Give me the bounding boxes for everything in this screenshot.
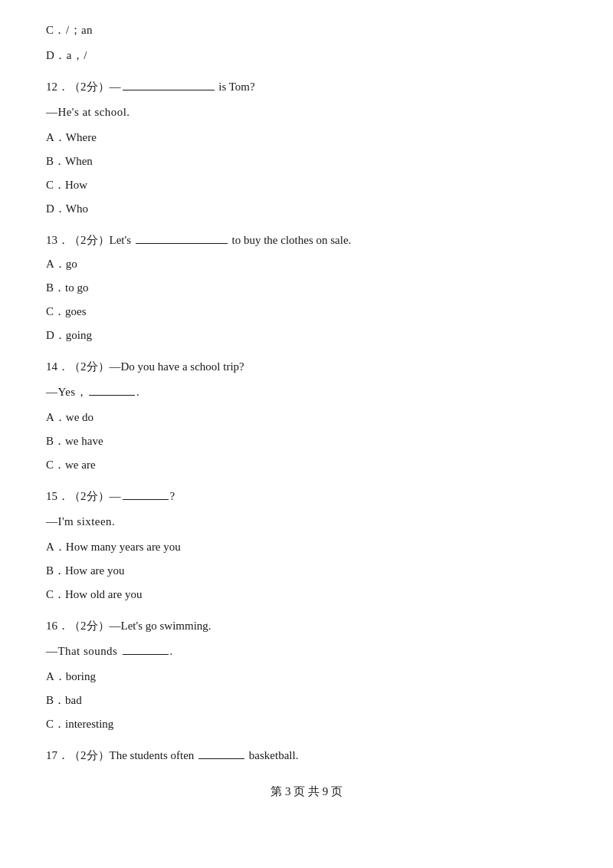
- q14-response-prefix: —Yes，: [46, 386, 87, 398]
- question-16: 16．（2分）—Let's go swimming.: [46, 616, 567, 636]
- q14-option-b: B．we have: [46, 431, 567, 452]
- q13-prefix: 13．（2分）Let's: [46, 234, 134, 246]
- d-option-a-slash: D．a，/: [46, 45, 567, 66]
- q12-option-d: D．Who: [46, 199, 567, 219]
- q13-option-b: B．to go: [46, 278, 567, 298]
- page-footer: 第 3 页 共 9 页: [46, 781, 567, 802]
- q13-blank: [136, 243, 228, 244]
- c-option-slash-an: C．/；an: [46, 20, 567, 41]
- question-14: 14．（2分）—Do you have a school trip?: [46, 357, 567, 377]
- q13-suffix: to buy the clothes on sale.: [229, 234, 352, 246]
- q16-response-prefix: —That sounds: [46, 645, 121, 657]
- q16-option-a: A．boring: [46, 666, 567, 687]
- q16-option-c: C．interesting: [46, 714, 567, 735]
- q12-suffix: is Tom?: [216, 81, 255, 93]
- q15-prefix: 15．（2分）—: [46, 490, 121, 502]
- q17-prefix: 17．（2分）The students often: [46, 749, 197, 761]
- q15-option-b: B．How are you: [46, 561, 567, 581]
- q13-option-a: A．go: [46, 254, 567, 275]
- q13-option-c: C．goes: [46, 301, 567, 322]
- q14-option-a: A．we do: [46, 407, 567, 428]
- q14-response-suffix: .: [136, 386, 139, 398]
- q15-response: —I'm sixteen.: [46, 511, 567, 532]
- q14-option-c: C．we are: [46, 455, 567, 475]
- question-12: 12．（2分）— is Tom?: [46, 77, 567, 97]
- q15-suffix: ?: [170, 490, 175, 502]
- q16-option-b: B．bad: [46, 690, 567, 711]
- q15-option-a: A．How many years are you: [46, 537, 567, 557]
- q12-option-b: B．When: [46, 151, 567, 172]
- q15-blank: [123, 499, 169, 500]
- q13-option-d: D．going: [46, 325, 567, 346]
- question-17: 17．（2分）The students often basketball.: [46, 745, 567, 766]
- question-15: 15．（2分）—?: [46, 486, 567, 507]
- q16-response: —That sounds .: [46, 641, 567, 662]
- q17-blank: [198, 758, 244, 759]
- q17-suffix: basketball.: [246, 749, 298, 761]
- q12-option-c: C．How: [46, 175, 567, 196]
- question-13: 13．（2分）Let's to buy the clothes on sale.: [46, 230, 567, 251]
- q14-response: —Yes，.: [46, 382, 567, 403]
- exam-content: C．/；an D．a，/ 12．（2分）— is Tom? —He's at s…: [46, 20, 567, 766]
- q15-option-c: C．How old are you: [46, 584, 567, 605]
- q14-blank: [89, 395, 135, 396]
- q12-blank: [123, 90, 215, 90]
- q16-blank: [123, 654, 169, 655]
- q12-option-a: A．Where: [46, 127, 567, 148]
- q12-response: —He's at school.: [46, 102, 567, 123]
- q16-response-suffix: .: [170, 645, 173, 657]
- q12-prefix: 12．（2分）—: [46, 81, 121, 93]
